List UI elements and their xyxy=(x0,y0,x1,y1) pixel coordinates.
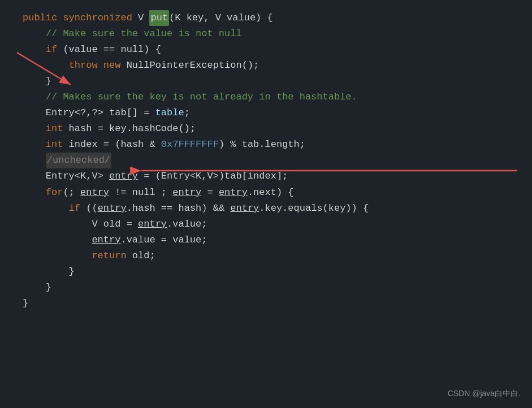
code-token: ) % tab.length; xyxy=(219,137,305,153)
code-token: entry xyxy=(219,185,248,201)
code-token: ; xyxy=(184,105,190,121)
code-line: V old = entry.value; xyxy=(23,216,521,232)
code-token: tab[] = xyxy=(103,105,155,121)
code-token: public xyxy=(23,10,63,26)
code-token: .value = value; xyxy=(120,232,207,248)
code-token: (; xyxy=(63,185,80,201)
watermark: CSDN @java白中白. xyxy=(448,389,521,399)
code-token xyxy=(23,248,92,264)
code-token: .next) { xyxy=(248,185,294,201)
code-token: entry xyxy=(109,168,138,184)
code-line: for(; entry != null ; entry = entry.next… xyxy=(23,185,521,201)
code-token xyxy=(103,168,109,184)
code-token: <K,V> xyxy=(75,168,103,184)
code-token: <?,?> xyxy=(75,105,103,121)
code-line: } xyxy=(23,264,521,280)
code-token: if xyxy=(46,42,57,58)
code-token xyxy=(23,185,46,201)
code-token: .value; xyxy=(167,216,207,232)
code-line: if (value == null) { xyxy=(23,42,521,58)
code-token: Entry xyxy=(23,105,75,121)
code-token xyxy=(23,58,69,73)
code-token: /unchecked/ xyxy=(46,153,111,168)
code-token: hash = key.hashCode(); xyxy=(63,121,196,137)
code-token xyxy=(23,201,69,216)
code-token: = (Entry xyxy=(138,168,190,184)
code-token: synchronized xyxy=(63,10,138,26)
code-line: if ((entry.hash == hash) && entry.key.eq… xyxy=(23,201,521,216)
code-token: } xyxy=(23,280,51,296)
code-token: entry xyxy=(172,185,201,201)
code-token: .key.equals(key)) { xyxy=(259,201,369,216)
code-token: // Makes sure the key is not already in … xyxy=(46,89,357,105)
code-token: )tab[index]; xyxy=(219,168,288,184)
code-token: throw xyxy=(69,58,98,73)
code-token: index = (hash & xyxy=(63,137,161,153)
code-token xyxy=(98,58,103,73)
code-line: // Makes sure the key is not already in … xyxy=(23,89,521,105)
code-token: (value == null) { xyxy=(57,42,161,58)
code-token: int xyxy=(46,137,63,153)
code-line: public synchronized V put(K key, V value… xyxy=(23,10,521,26)
code-line: int index = (hash & 0x7FFFFFFF) % tab.le… xyxy=(23,137,521,153)
code-token: .hash == hash) && xyxy=(127,201,231,216)
code-token: Entry xyxy=(23,168,75,184)
code-token: for xyxy=(46,185,63,201)
code-token xyxy=(23,26,46,42)
code-line: } xyxy=(23,296,521,311)
code-token: (K key, V value) { xyxy=(169,10,273,26)
code-token: entry xyxy=(80,185,109,201)
code-line: Entry<?,?> tab[] = table; xyxy=(23,105,521,121)
code-editor: public synchronized V put(K key, V value… xyxy=(0,0,532,408)
code-token: int xyxy=(46,121,63,137)
code-token xyxy=(23,137,46,153)
code-token: if xyxy=(69,201,80,216)
code-token xyxy=(23,232,92,248)
code-token: old; xyxy=(127,248,155,264)
code-token: entry xyxy=(98,201,127,216)
code-line: throw new NullPointerException(); xyxy=(23,58,521,73)
code-token: } xyxy=(23,73,51,89)
code-token: } xyxy=(23,296,28,311)
code-token: 0x7FFFFFFF xyxy=(161,137,219,153)
code-token: V old = xyxy=(23,216,138,232)
code-token xyxy=(23,121,46,137)
code-token xyxy=(23,89,46,105)
code-line: } xyxy=(23,280,521,296)
code-token: entry xyxy=(230,201,259,216)
code-token: NullPointerException(); xyxy=(120,58,259,73)
code-token: // Make sure the value is not null xyxy=(46,26,242,42)
code-line: int hash = key.hashCode(); xyxy=(23,121,521,137)
code-token: <K,V> xyxy=(190,168,219,184)
code-token: return xyxy=(92,248,126,264)
code-token: (( xyxy=(80,201,98,216)
code-token: entry xyxy=(138,216,167,232)
code-line: entry.value = value; xyxy=(23,232,521,248)
code-token: = xyxy=(201,185,219,201)
code-line: // Make sure the value is not null xyxy=(23,26,521,42)
code-line: Entry<K,V> entry = (Entry<K,V>)tab[index… xyxy=(23,168,521,184)
code-token: table xyxy=(155,105,184,121)
code-token xyxy=(23,42,46,58)
code-token xyxy=(23,153,46,168)
code-token: != null ; xyxy=(109,185,172,201)
code-line: /unchecked/ xyxy=(23,153,521,168)
code-token: put xyxy=(149,10,169,26)
code-block: public synchronized V put(K key, V value… xyxy=(23,10,521,311)
code-token: entry xyxy=(92,232,120,248)
code-token: V xyxy=(138,10,149,26)
code-token: new xyxy=(103,58,121,73)
code-token: } xyxy=(23,264,75,280)
code-line: return old; xyxy=(23,248,521,264)
code-line: } xyxy=(23,73,521,89)
